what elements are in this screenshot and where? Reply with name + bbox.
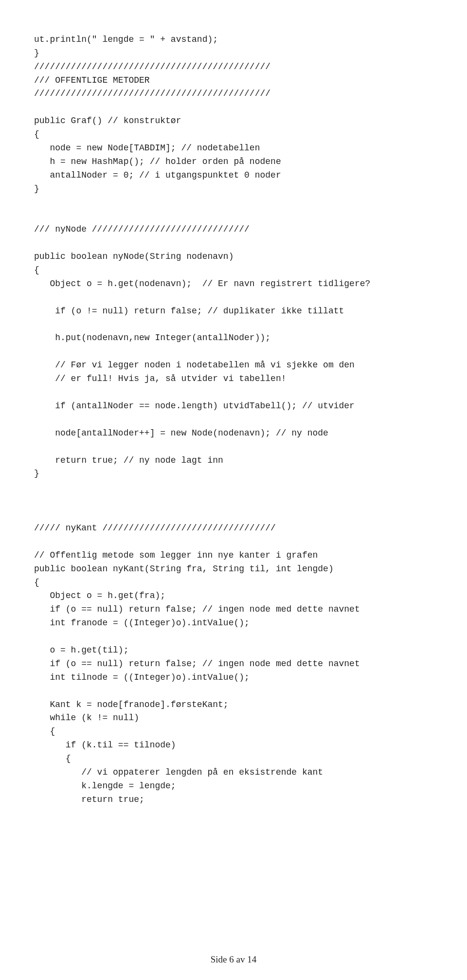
code-line: if (antallNoder == node.length) utvidTab… (34, 401, 355, 411)
code-line: } (34, 469, 39, 478)
code-line: node[antallNoder++] = new Node(nodenavn)… (34, 428, 328, 438)
code-line: return true; (34, 795, 144, 804)
code-line: Kant k = node[franode].førsteKant; (34, 700, 229, 709)
code-line: Object o = h.get(nodenavn); // Er navn r… (34, 279, 370, 289)
code-line: ////////////////////////////////////////… (34, 62, 270, 72)
code-line: Object o = h.get(fra); (34, 591, 165, 600)
code-line: // Før vi legger noden i nodetabellen må… (34, 360, 355, 370)
page-number: Side 6 av 14 (211, 954, 256, 964)
code-line: { (34, 754, 71, 763)
code-line: /// nyNode /////////////////////////////… (34, 224, 250, 234)
code-line: h.put(nodenavn,new Integer(antallNoder))… (34, 333, 270, 343)
code-line: public boolean nyNode(String nodenavn) (34, 252, 234, 261)
code-line: // er full! Hvis ja, så utvider vi tabel… (34, 374, 286, 383)
code-line: ////////////////////////////////////////… (34, 89, 270, 98)
code-line: ut.println(" lengde = " + avstand); (34, 35, 218, 44)
code-line: antallNoder = 0; // i utgangspunktet 0 n… (34, 170, 281, 180)
code-line: o = h.get(til); (34, 645, 128, 655)
code-block: ut.println(" lengde = " + avstand); } //… (34, 19, 433, 807)
code-line: while (k != null) (34, 713, 139, 723)
code-line: if (o == null) return false; // ingen no… (34, 604, 360, 614)
code-line: k.lengde = lengde; (34, 781, 176, 791)
code-line: if (o == null) return false; // ingen no… (34, 659, 360, 669)
code-line: h = new HashMap(); // holder orden på no… (34, 157, 281, 166)
code-line: { (34, 578, 39, 587)
code-line: if (k.til == tilnode) (34, 740, 176, 750)
code-line: /// OFFENTLIGE METODER (34, 75, 150, 85)
page-footer: Side 6 av 14 (0, 952, 467, 966)
code-line: } (34, 48, 39, 58)
code-line: { (34, 265, 39, 275)
code-line: public boolean nyKant(String fra, String… (34, 564, 334, 574)
code-line: // Offentlig metode som legger inn nye k… (34, 550, 318, 560)
code-line: public Graf() // konstruktør (34, 116, 181, 126)
code-line: { (34, 726, 55, 736)
code-line: node = new Node[TABDIM]; // nodetabellen (34, 143, 260, 153)
code-line: int franode = ((Integer)o).intValue(); (34, 618, 250, 628)
code-line: } (34, 184, 39, 194)
code-line: ///// nyKant ///////////////////////////… (34, 523, 276, 533)
code-line: int tilnode = ((Integer)o).intValue(); (34, 672, 250, 682)
code-line: return true; // ny node lagt inn (34, 455, 223, 465)
code-line: { (34, 129, 39, 139)
document-page: ut.println(" lengde = " + avstand); } //… (0, 0, 467, 980)
code-line: // vi oppaterer lengden på en eksistrend… (34, 767, 323, 777)
code-line: if (o != null) return false; // duplikat… (34, 306, 344, 316)
